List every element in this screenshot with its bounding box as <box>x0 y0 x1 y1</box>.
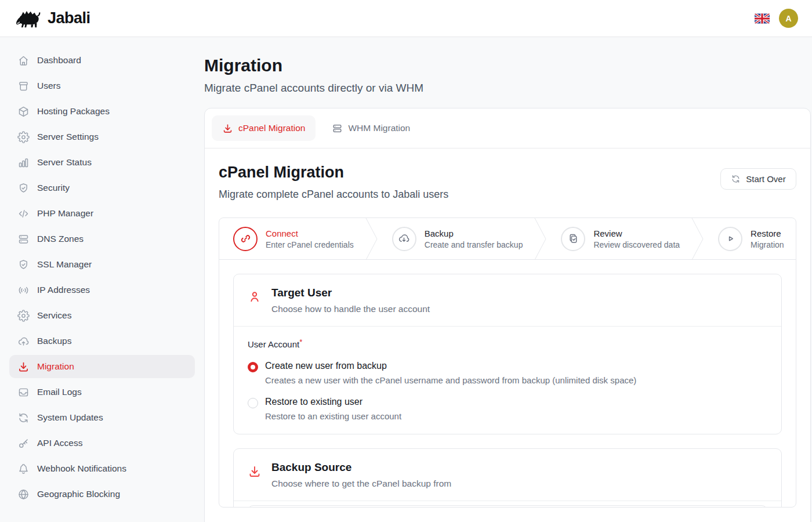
step-subtitle: Migration <box>751 240 784 249</box>
radio-option-restore-existing-user[interactable]: Restore to existing user Restore to an e… <box>248 397 767 421</box>
code-icon <box>17 208 30 220</box>
sidebar-item-label: IP Addresses <box>37 285 90 295</box>
start-over-button[interactable]: Start Over <box>720 168 796 190</box>
sidebar-item-label: System Updates <box>37 412 103 423</box>
user-account-label: User Account* <box>248 339 767 349</box>
sidebar-item-geographic-blocking[interactable]: Geographic Blocking <box>9 483 195 506</box>
sidebar-item-label: Geographic Blocking <box>37 489 120 499</box>
step-backup[interactable]: Backup Create and transfer backup <box>378 218 535 259</box>
sidebar-item-label: Email Logs <box>37 387 82 397</box>
sidebar-item-label: Hosting Packages <box>37 106 110 117</box>
start-over-label: Start Over <box>746 174 785 184</box>
gear-icon <box>17 310 30 322</box>
option-description: Creates a new user with the cPanel usern… <box>265 375 636 385</box>
sidebar-item-dns-zones[interactable]: DNS Zones <box>9 227 195 251</box>
tab-cpanel-migration[interactable]: cPanel Migration <box>212 115 316 141</box>
sidebar-item-label: Server Status <box>37 157 92 168</box>
step-title: Backup <box>425 229 523 238</box>
tab-label: WHM Migration <box>348 123 410 133</box>
sidebar-item-system-updates[interactable]: System Updates <box>9 406 195 429</box>
boar-icon <box>15 9 42 28</box>
sidebar-item-dashboard[interactable]: Dashboard <box>9 49 195 72</box>
step-title: Connect <box>266 229 354 238</box>
step-restore[interactable]: Restore Migration <box>704 218 796 259</box>
key-icon <box>17 437 30 449</box>
uk-flag-icon <box>755 13 770 24</box>
brand-name: Jabali <box>48 9 90 27</box>
server-stack-icon <box>17 233 30 245</box>
sidebar-item-ip-addresses[interactable]: IP Addresses <box>9 278 195 302</box>
sidebar-item-api-access[interactable]: API Access <box>9 432 195 455</box>
page-title: Migration <box>204 56 811 75</box>
sidebar-item-security[interactable]: Security <box>9 176 195 200</box>
sidebar-item-server-status[interactable]: Server Status <box>9 151 195 174</box>
user-avatar[interactable]: A <box>779 9 798 28</box>
sidebar-item-php-manager[interactable]: PHP Manager <box>9 202 195 225</box>
download-icon <box>222 123 233 134</box>
sidebar-item-label: Services <box>37 310 71 321</box>
sidebar-item-users[interactable]: Users <box>9 74 195 97</box>
home-icon <box>17 55 30 67</box>
download-icon <box>248 465 262 478</box>
sidebar-item-hosting-packages[interactable]: Hosting Packages <box>9 100 195 123</box>
sidebar-item-services[interactable]: Services <box>9 304 195 327</box>
sidebar-item-label: API Access <box>37 438 82 448</box>
shield-check-icon <box>17 259 30 271</box>
sidebar-item-migration[interactable]: Migration <box>9 355 195 378</box>
radio-unselected[interactable] <box>248 398 258 408</box>
option-description: Restore to an existing user account <box>265 411 401 421</box>
page-subtitle: Migrate cPanel accounts directly or via … <box>204 82 811 95</box>
panel-subtitle: Choose how to handle the user account <box>271 304 430 314</box>
play-icon <box>724 233 737 245</box>
sidebar-item-email-logs[interactable]: Email Logs <box>9 380 195 404</box>
link-icon <box>240 233 252 245</box>
sidebar-item-label: SSL Manager <box>37 259 92 270</box>
sidebar-item-server-settings[interactable]: Server Settings <box>9 125 195 148</box>
tab-whm-migration[interactable]: WHM Migration <box>321 115 420 141</box>
backup-source-panel: Backup Source Choose where to get the cP… <box>233 448 782 507</box>
gear-icon <box>17 131 30 143</box>
section-title: cPanel Migration <box>219 164 448 182</box>
step-subtitle: Create and transfer backup <box>425 240 523 249</box>
step-separator <box>365 218 378 260</box>
step-review[interactable]: Review Review discovered data <box>547 218 691 259</box>
shield-check-icon <box>17 182 30 194</box>
sidebar-item-backups[interactable]: Backups <box>9 329 195 353</box>
step-separator <box>534 218 547 260</box>
sidebar-item-label: PHP Manager <box>37 208 93 219</box>
step-connect[interactable]: Connect Enter cPanel credentials <box>219 218 365 259</box>
sidebar-item-label: DNS Zones <box>37 234 84 244</box>
broadcast-icon <box>17 284 30 296</box>
download-icon <box>17 361 30 373</box>
panel-title: Target User <box>271 287 430 299</box>
backup-source-options-box <box>248 505 767 507</box>
sidebar-item-label: Security <box>37 183 70 193</box>
package-icon <box>17 106 30 118</box>
tab-label: cPanel Migration <box>238 123 305 133</box>
option-label: Restore to existing user <box>265 397 401 407</box>
sidebar-item-webhook-notifications[interactable]: Webhook Notifications <box>9 457 195 480</box>
tabbar: cPanel Migration WHM Migration <box>205 108 810 148</box>
step-title: Review <box>593 229 680 238</box>
sidebar-item-label: Webhook Notifications <box>37 463 126 474</box>
sidebar-item-ssl-manager[interactable]: SSL Manager <box>9 253 195 276</box>
radio-option-create-new-user[interactable]: Create new user from backup Creates a ne… <box>248 361 767 385</box>
panel-title: Backup Source <box>271 461 451 474</box>
cloud-download-icon <box>398 233 410 245</box>
server-stack-icon <box>332 123 343 134</box>
sidebar-item-label: Dashboard <box>37 55 81 66</box>
option-label: Create new user from backup <box>265 361 636 371</box>
section-subtitle: Migrate complete cPanel accounts to Jaba… <box>219 188 448 201</box>
main-content: Migration Migrate cPanel accounts direct… <box>204 37 812 522</box>
brand[interactable]: Jabali <box>15 9 90 28</box>
step-subtitle: Review discovered data <box>593 240 680 249</box>
language-flag-button[interactable] <box>755 13 770 24</box>
sidebar-item-label: Server Settings <box>37 132 99 142</box>
stepper: Connect Enter cPanel credentials Backup <box>219 218 796 260</box>
inbox-icon <box>17 386 30 398</box>
clipboard-check-icon <box>567 233 579 245</box>
sidebar: Dashboard Users Hosting Packages Server … <box>0 37 204 522</box>
radio-selected[interactable] <box>248 362 258 372</box>
globe-icon <box>17 488 30 501</box>
migration-card: cPanel Migration WHM Migration cPanel Mi… <box>204 108 811 522</box>
